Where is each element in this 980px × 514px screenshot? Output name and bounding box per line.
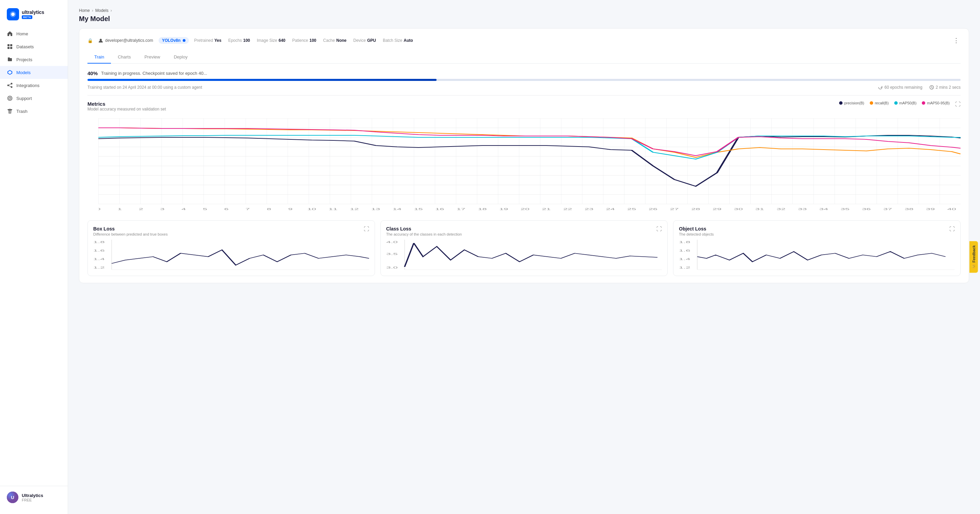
pretrained-label: Pretrained [194, 38, 213, 43]
svg-text:15: 15 [414, 207, 423, 211]
object-loss-expand[interactable]: ⛶ [950, 226, 955, 232]
page-title: My Model [79, 15, 969, 23]
epochs-remaining: 60 epochs remaining [878, 85, 922, 90]
sidebar-item-home[interactable]: Home [0, 27, 68, 40]
tab-train[interactable]: Train [88, 51, 111, 63]
sidebar-label-support: Support [16, 96, 32, 101]
user-icon [98, 38, 103, 43]
epochs-label: Epochs [228, 38, 242, 43]
breadcrumb-home[interactable]: Home [79, 8, 90, 13]
sidebar-item-models[interactable]: Models [0, 66, 68, 79]
patience-label: Patience [292, 38, 308, 43]
model-meta: 🔒 developer@ultralytics.com YOLOv8n Pret… [88, 37, 413, 44]
svg-point-1 [11, 13, 14, 16]
model-user: developer@ultralytics.com [98, 38, 153, 43]
svg-point-7 [11, 83, 13, 85]
svg-rect-4 [8, 47, 10, 49]
metrics-section: Metrics Model accuracy measured on valid… [88, 101, 961, 214]
svg-text:20: 20 [520, 207, 530, 211]
box-loss-subtitle: Difference between predicted and true bo… [93, 232, 168, 236]
svg-text:1.6: 1.6 [93, 249, 105, 252]
progress-section: 40% Training in progress. Checkpoint sav… [88, 70, 961, 90]
svg-text:18: 18 [478, 207, 487, 211]
svg-rect-3 [10, 44, 12, 46]
breadcrumb-models[interactable]: Models [95, 8, 108, 13]
svg-text:1.4: 1.4 [679, 257, 690, 261]
cache-value: None [336, 38, 347, 43]
sidebar-bottom: U Ultralytics FREE [0, 486, 68, 509]
refresh-icon [878, 85, 883, 90]
svg-text:33: 33 [798, 207, 807, 211]
user-name: Ultralytics [22, 493, 43, 498]
chart-legend: precision(B) recall(B) mAP50(B) mAP [839, 101, 950, 105]
more-options-button[interactable]: ⋮ [952, 35, 961, 46]
svg-text:4.0: 4.0 [386, 240, 398, 244]
models-icon [7, 69, 13, 76]
svg-text:24: 24 [606, 207, 615, 211]
image-size-value: 640 [279, 38, 285, 43]
feedback-button[interactable]: 😊 Feedback [969, 241, 978, 273]
logo: ultralytics BETA [0, 5, 68, 27]
class-loss-expand[interactable]: ⛶ [656, 226, 662, 232]
progress-bar-bg [88, 79, 961, 81]
sidebar-item-integrations[interactable]: Integrations [0, 79, 68, 92]
legend-label-precision: precision(B) [844, 101, 864, 105]
tab-preview[interactable]: Preview [137, 51, 167, 63]
time-remaining-text: 2 mins 2 secs [936, 85, 961, 90]
tab-deploy[interactable]: Deploy [167, 51, 194, 63]
sidebar-label-datasets: Datasets [16, 44, 34, 49]
sidebar-label-integrations: Integrations [16, 83, 40, 88]
legend-map50: mAP50(B) [894, 101, 917, 105]
clock-icon [929, 85, 934, 90]
svg-text:39: 39 [926, 207, 935, 211]
sidebar-item-projects[interactable]: Projects [0, 53, 68, 66]
progress-message: Training in progress. Checkpoint saved f… [101, 71, 207, 76]
progress-bar-fill [88, 79, 437, 81]
svg-text:25: 25 [627, 207, 636, 211]
metrics-title: Metrics [88, 101, 166, 107]
svg-text:12: 12 [350, 207, 359, 211]
metrics-chart-svg: 1.0 0.9 0.8 0.7 0.6 0.5 0.4 0.3 0.2 0.1 [98, 118, 961, 214]
svg-point-12 [9, 97, 11, 99]
yolo-badge: YOLOv8n [159, 37, 189, 44]
sidebar-item-support[interactable]: Support [0, 92, 68, 105]
sidebar-item-trash[interactable]: Trash [0, 105, 68, 117]
svg-point-8 [11, 86, 13, 88]
epochs-value: 100 [243, 38, 250, 43]
box-loss-mini-chart: 1.8 1.6 1.4 1.2 [93, 240, 369, 270]
sidebar-label-models: Models [16, 70, 30, 75]
sidebar-item-datasets[interactable]: Datasets [0, 40, 68, 53]
svg-point-6 [8, 85, 9, 86]
metrics-subtitle: Model accuracy measured on validation se… [88, 107, 166, 111]
divider [88, 95, 961, 95]
trash-icon [7, 108, 13, 114]
svg-text:37: 37 [883, 207, 892, 211]
svg-text:1.6: 1.6 [679, 249, 690, 252]
legend-recall: recall(B) [870, 101, 889, 105]
svg-text:28: 28 [691, 207, 700, 211]
tabs: Train Charts Preview Deploy [88, 51, 961, 63]
batch-size-label: Batch Size [383, 38, 402, 43]
object-loss-title: Object Loss [679, 226, 714, 232]
model-params: Pretrained Yes Epochs 100 Image Size 640… [194, 38, 413, 43]
svg-line-10 [9, 86, 11, 87]
class-loss-mini-chart: 4.0 3.5 3.0 [386, 240, 662, 270]
metrics-header: Metrics Model accuracy measured on valid… [88, 101, 961, 117]
logo-icon [7, 8, 19, 21]
svg-text:32: 32 [776, 207, 785, 211]
legend-label-map50-95: mAP50-95(B) [927, 101, 950, 105]
box-loss-title: Box Loss [93, 226, 168, 232]
class-loss-chart: Class Loss The accuracy of the classes i… [380, 220, 668, 276]
lock-icon: 🔒 [88, 38, 93, 43]
svg-text:3: 3 [160, 207, 165, 211]
svg-text:4: 4 [181, 207, 186, 211]
box-loss-expand[interactable]: ⛶ [364, 226, 369, 232]
projects-icon [7, 56, 13, 63]
tab-charts[interactable]: Charts [111, 51, 137, 63]
svg-text:29: 29 [713, 207, 721, 211]
metrics-expand-button[interactable]: ⛶ [955, 101, 961, 108]
svg-text:14: 14 [393, 207, 401, 211]
device-value: GPU [367, 38, 376, 43]
svg-text:7: 7 [245, 207, 250, 211]
sidebar-label-projects: Projects [16, 57, 32, 62]
